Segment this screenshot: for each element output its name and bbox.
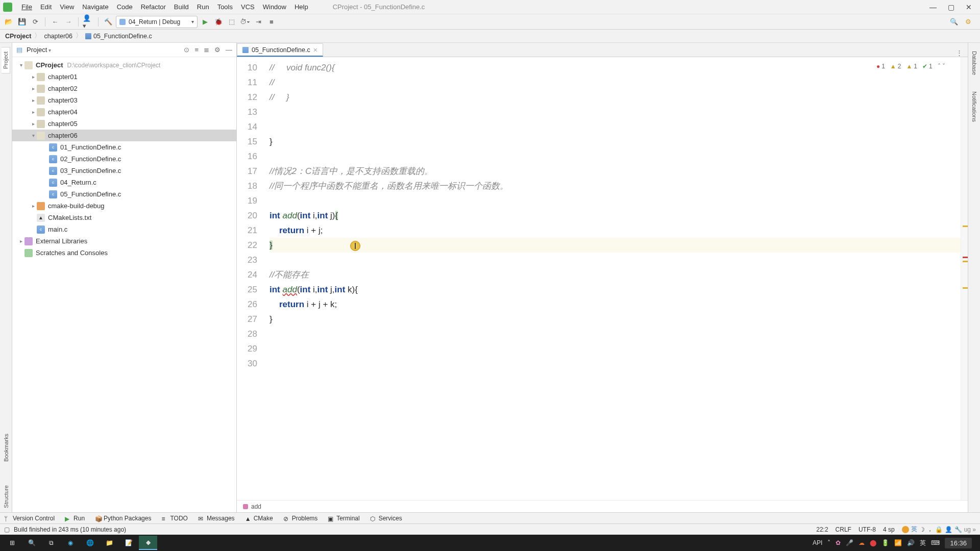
forward-button[interactable]: →	[63, 16, 74, 28]
expand-all-icon[interactable]: ≡	[194, 46, 199, 54]
tree-root[interactable]: ▾CProjectD:\code\workspace_clion\CProjec…	[12, 59, 236, 71]
tw-messages[interactable]: ✉Messages	[198, 515, 235, 522]
gutter[interactable]: 1011121314151617181920212223242526272829…	[237, 57, 264, 500]
task-view-button[interactable]: ⧉	[42, 536, 60, 550]
menu-window[interactable]: Window	[259, 2, 290, 12]
inspection-indicators[interactable]: ●1 ▲2 ▲1 ✔1 ˄ ˅	[876, 59, 945, 74]
wrench-icon[interactable]: 🔧	[954, 526, 962, 533]
search-button[interactable]: 🔍	[22, 536, 41, 550]
project-tool-tab[interactable]: Project	[2, 47, 10, 73]
person-icon[interactable]: 👤	[945, 526, 952, 533]
tw-problems[interactable]: ⊘Problems	[283, 515, 318, 522]
coverage-icon[interactable]: ⬚	[226, 16, 237, 28]
error-stripe[interactable]	[961, 57, 968, 500]
close-tab-icon[interactable]: ×	[313, 46, 317, 54]
tw-terminal[interactable]: ▣Terminal	[328, 515, 359, 522]
menu-build[interactable]: Build	[170, 2, 193, 12]
memory-indicator-icon[interactable]	[902, 526, 909, 533]
tray-pink-icon[interactable]: ✿	[836, 539, 841, 546]
tw-python[interactable]: 📦Python Packages	[95, 515, 151, 522]
tree-file[interactable]: ▲CMakeLists.txt	[12, 212, 236, 223]
tw-cmake[interactable]: ▲CMake	[245, 515, 273, 522]
menu-run[interactable]: Run	[193, 2, 213, 12]
indent-setting[interactable]: 4 sp	[883, 526, 895, 533]
save-icon[interactable]: 💾	[16, 16, 28, 28]
ide-settings-icon[interactable]: ⚙	[963, 16, 974, 28]
tree-folder[interactable]: ▸chapter03	[12, 94, 236, 106]
tw-vcs[interactable]: ᛘVersion Control	[4, 515, 55, 522]
tray-keyboard-icon[interactable]: ⌨	[931, 539, 940, 546]
run-button[interactable]: ▶	[200, 16, 211, 28]
tree-folder[interactable]: ▸chapter01	[12, 71, 236, 83]
tree-file[interactable]: c04_Return.c	[12, 177, 236, 188]
tw-todo[interactable]: ≡TODO	[161, 515, 187, 522]
bookmarks-tool-tab[interactable]: Bookmarks	[2, 430, 10, 466]
back-button[interactable]: ←	[50, 16, 61, 28]
profiler-icon[interactable]: 👤▾	[83, 16, 94, 28]
attach-icon[interactable]: ⇥	[253, 16, 264, 28]
file-encoding[interactable]: UTF-8	[859, 526, 876, 533]
run-config-selector[interactable]: 04_Return | Debug	[116, 16, 198, 28]
tw-services[interactable]: ⬡Services	[370, 515, 402, 522]
close-button[interactable]: ✕	[966, 3, 972, 11]
crumb-root[interactable]: CProject	[5, 33, 31, 40]
database-tool-tab[interactable]: Database	[970, 47, 978, 79]
tree-scratches[interactable]: Scratches and Consoles	[12, 247, 236, 259]
line-separator[interactable]: CRLF	[836, 526, 851, 533]
expand-inspections-icon[interactable]: ˄ ˅	[938, 59, 945, 74]
menu-code[interactable]: Code	[113, 2, 137, 12]
tray-battery-icon[interactable]: 🔋	[881, 539, 889, 546]
edge-icon[interactable]: ◉	[61, 536, 80, 550]
editor-tab[interactable]: 05_FunctionDefine.c ×	[237, 43, 323, 57]
menu-vcs[interactable]: VCS	[237, 2, 259, 12]
editor-tabs-menu-icon[interactable]: ⋮	[951, 49, 968, 57]
taskbar-clock[interactable]: 16:36	[945, 538, 972, 548]
minimize-button[interactable]: —	[929, 3, 937, 11]
moon-icon[interactable]: ☽	[919, 526, 925, 533]
explorer-icon[interactable]: 📁	[100, 536, 118, 550]
tray-wifi-icon[interactable]: 📶	[894, 539, 902, 546]
tree-file[interactable]: c05_FunctionDefine.c	[12, 188, 236, 200]
clion-icon[interactable]: ◆	[139, 536, 157, 550]
tray-mic-icon[interactable]: 🎤	[846, 539, 853, 546]
editor-breadcrumb[interactable]: add	[237, 500, 968, 512]
menu-edit[interactable]: Edit	[36, 2, 56, 12]
maximize-button[interactable]: ▢	[948, 3, 954, 11]
menu-help[interactable]: Help	[290, 2, 312, 12]
tree-file[interactable]: cmain.c	[12, 223, 236, 235]
api-indicator[interactable]: API	[813, 539, 822, 546]
crumb-folder[interactable]: chapter06	[44, 33, 72, 40]
project-tree[interactable]: ▾CProjectD:\code\workspace_clion\CProjec…	[12, 57, 236, 512]
tree-folder[interactable]: ▸chapter05	[12, 118, 236, 130]
project-view-selector[interactable]: Project	[27, 46, 51, 54]
comma-icon[interactable]: ，	[927, 525, 933, 534]
ime-indicator[interactable]: 英	[911, 525, 917, 534]
tree-folder[interactable]: ▸cmake-build-debug	[12, 200, 236, 212]
tray-shield-icon[interactable]: ⬤	[870, 539, 876, 546]
hide-icon[interactable]: —	[226, 46, 232, 54]
tray-volume-icon[interactable]: 🔊	[907, 539, 915, 546]
tree-file[interactable]: c01_FunctionDefine.c	[12, 141, 236, 153]
debug-button[interactable]: 🐞	[213, 16, 224, 28]
code-content[interactable]: // void func2(){//// }}//情况2：C语言中，是不支持函数…	[264, 57, 968, 500]
hammer-icon[interactable]: 🔨	[103, 16, 114, 28]
tool-window-toggle-icon[interactable]: ▢	[4, 526, 10, 533]
structure-tool-tab[interactable]: Structure	[2, 481, 10, 512]
tray-ime-icon[interactable]: 英	[920, 539, 926, 547]
tree-ext-libs[interactable]: ▸External Libraries	[12, 235, 236, 247]
menu-view[interactable]: View	[56, 2, 78, 12]
lock-icon[interactable]: 🔒	[935, 526, 943, 533]
stop-button[interactable]: ■	[266, 16, 277, 28]
menu-navigate[interactable]: Navigate	[78, 2, 112, 12]
settings-icon[interactable]: ⚙	[214, 46, 220, 54]
select-opened-icon[interactable]: ⊙	[184, 46, 189, 54]
code-area[interactable]: 1011121314151617181920212223242526272829…	[237, 57, 968, 500]
crumb-file[interactable]: 05_FunctionDefine.c	[85, 33, 152, 40]
tray-cloud-icon[interactable]: ☁	[859, 539, 865, 546]
sync-icon[interactable]: ⟳	[30, 16, 41, 28]
menu-tools[interactable]: Tools	[213, 2, 237, 12]
chrome-icon[interactable]: 🌐	[81, 536, 99, 550]
start-button[interactable]: ⊞	[3, 536, 21, 550]
tree-folder-open[interactable]: ▾chapter06	[12, 130, 236, 141]
tree-folder[interactable]: ▸chapter02	[12, 83, 236, 94]
